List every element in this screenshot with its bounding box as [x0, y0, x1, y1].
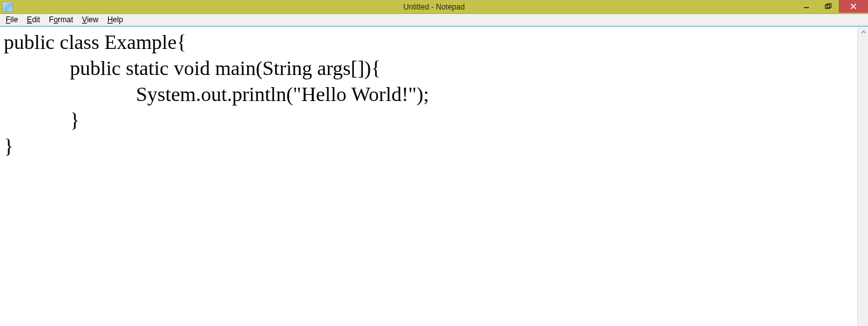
close-button[interactable]	[839, 0, 868, 13]
minimize-button[interactable]	[796, 0, 817, 13]
menu-view[interactable]: View	[78, 15, 103, 25]
maximize-button[interactable]	[817, 0, 839, 13]
svg-rect-1	[825, 5, 830, 9]
menu-help[interactable]: Help	[103, 15, 128, 25]
window-controls	[796, 0, 868, 13]
menu-bar: File Edit Format View Help	[0, 14, 868, 26]
scroll-up-icon[interactable]	[858, 27, 868, 37]
menu-format[interactable]: Format	[44, 15, 78, 25]
editor-container: public class Example{ public static void…	[0, 26, 868, 326]
notepad-icon	[3, 2, 13, 12]
title-bar: Untitled - Notepad	[0, 0, 868, 14]
menu-file[interactable]: File	[1, 15, 22, 25]
text-area[interactable]: public class Example{ public static void…	[0, 27, 857, 326]
window-title: Untitled - Notepad	[403, 3, 465, 11]
svg-rect-2	[827, 4, 831, 8]
vertical-scrollbar[interactable]	[857, 27, 868, 326]
menu-edit[interactable]: Edit	[22, 15, 44, 25]
